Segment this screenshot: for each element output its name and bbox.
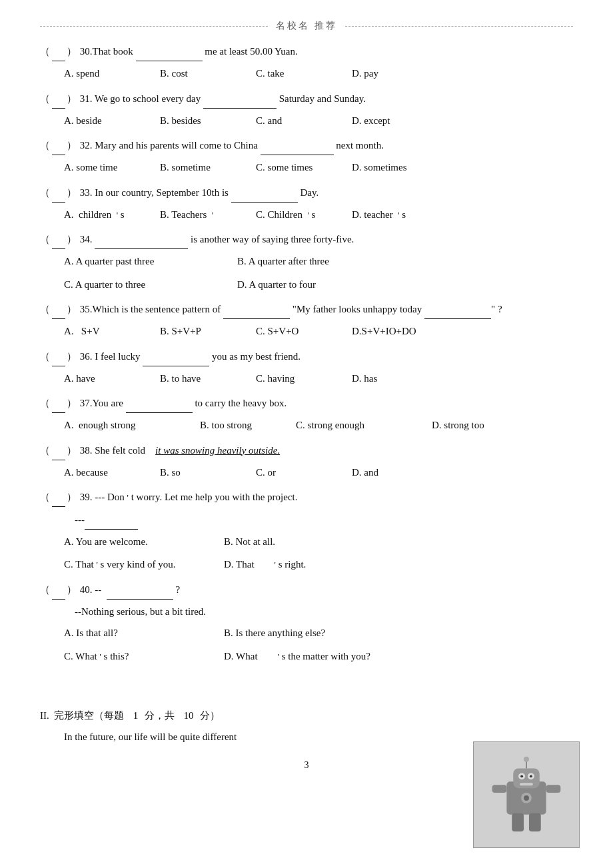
q33-line: （ ） 33. In our country, September 10th i… xyxy=(40,184,573,203)
q31-line: （ ） 31. We go to school every day Saturd… xyxy=(40,90,573,109)
svg-point-15 xyxy=(524,757,529,762)
q35-paren-open: （ xyxy=(40,300,51,318)
q31-optB: B. besides xyxy=(160,111,240,131)
q35-options: A. S+V B. S+V+P C. S+V+O D.S+V+IO+DO xyxy=(64,322,573,341)
dash-right xyxy=(345,26,573,27)
q33-optD: D. teacher ' s xyxy=(352,205,432,224)
q39-paren-close: ） xyxy=(67,488,77,506)
q40-paren-open: （ xyxy=(40,581,51,599)
q38-options: A. because B. so C. or D. and xyxy=(64,463,573,482)
q38-bracket xyxy=(52,442,65,460)
q33-text: 33. In our country, September 10th is Da… xyxy=(77,184,318,203)
q38-optA: A. because xyxy=(64,463,144,482)
question-36: （ ） 36. I feel lucky you as my best frie… xyxy=(40,348,573,388)
q37-line: （ ） 37.You are to carry the heavy box. xyxy=(40,394,573,413)
q30-text: 30.That book me at least 50.00 Yuan. xyxy=(77,43,298,61)
question-30: （ ） 30.That book me at least 50.00 Yuan.… xyxy=(40,43,573,83)
q32-optC: C. some times xyxy=(256,158,336,177)
q40-optD: D. What ' s the matter with you? xyxy=(224,647,370,666)
question-35: （ ） 35.Which is the sentence pattern of … xyxy=(40,300,573,341)
q39-bracket xyxy=(52,488,65,507)
q35-blank1 xyxy=(223,300,290,319)
q34-bracket xyxy=(52,230,65,249)
q32-optB: B. sometime xyxy=(160,158,240,177)
q35-line: （ ） 35.Which is the sentence pattern of … xyxy=(40,300,573,319)
q35-optC: C. S+V+O xyxy=(256,322,336,341)
q34-options-row2: C. A quarter to three D. A quarter to fo… xyxy=(64,275,573,294)
q40-optC: C. What ' s this? xyxy=(64,647,211,666)
q39-text: 39. --- Don ' t worry. Let me help you w… xyxy=(77,488,297,506)
q35-text: 35.Which is the sentence pattern of "My … xyxy=(77,300,502,319)
q39-optC: C. That ' s very kind of you. xyxy=(64,555,211,574)
section2-score: 1 xyxy=(133,710,139,721)
q33-paren-close: ） xyxy=(67,184,77,202)
q32-options: A. some time B. sometime C. some times D… xyxy=(64,158,573,177)
section2-left: II. 完形填空（每题 1 分，共 10 分） In the future, o… xyxy=(40,689,573,747)
q36-paren-open: （ xyxy=(40,348,51,366)
question-33: （ ） 33. In our country, September 10th i… xyxy=(40,184,573,224)
q32-paren-open: （ xyxy=(40,137,51,155)
q38-text: 38. She felt cold it was snowing heavily… xyxy=(77,442,280,460)
q30-optB: B. cost xyxy=(160,64,240,83)
q30-optD: D. pay xyxy=(352,64,432,83)
q34-text: 34. is another way of saying three forty… xyxy=(77,230,354,249)
q37-blank xyxy=(126,394,193,413)
q40-options-row2: C. What ' s this? D. What ' s the matter… xyxy=(64,647,573,666)
q33-optA: A. children ' s xyxy=(64,205,144,224)
q35-optA: A. S+V xyxy=(64,322,144,341)
q39-optA: A. You are welcome. xyxy=(64,532,211,552)
q38-paren-open: （ xyxy=(40,442,51,460)
q34-paren-open: （ xyxy=(40,230,51,248)
q37-paren-close: ） xyxy=(67,394,77,412)
dash-left xyxy=(40,26,268,27)
section2-unit2: 分） xyxy=(198,709,221,722)
q38-paren-close: ） xyxy=(67,442,77,460)
q36-options: A. have B. to have C. having D. has xyxy=(64,369,573,388)
q32-paren-close: ） xyxy=(67,137,77,155)
q35-optD: D.S+V+IO+DO xyxy=(352,322,432,341)
question-40: （ ） 40. -- ? --Nothing serious, but a bi… xyxy=(40,581,573,666)
section2-label: II. 完形填空（每题 xyxy=(40,709,129,722)
q36-bracket xyxy=(52,348,65,366)
q30-bracket xyxy=(52,43,65,61)
q34-optA: A. A quarter past three xyxy=(64,252,211,271)
question-37: （ ） 37.You are to carry the heavy box. A… xyxy=(40,394,573,435)
q33-paren-open: （ xyxy=(40,184,51,202)
q40-line: （ ） 40. -- ? xyxy=(40,581,573,600)
q37-bracket xyxy=(52,394,65,413)
question-32: （ ） 32. Mary and his parents will come t… xyxy=(40,137,573,177)
question-39: （ ） 39. --- Don ' t worry. Let me help y… xyxy=(40,488,573,574)
q31-blank xyxy=(203,90,277,109)
q33-optC: C. Children ' s xyxy=(256,205,336,224)
q30-optA: A. spend xyxy=(64,64,144,83)
header-text: 名校名 推荐 xyxy=(268,20,345,32)
svg-point-5 xyxy=(520,775,523,777)
q39-options-row2: C. That ' s very kind of you. D. That ' … xyxy=(64,555,573,574)
q33-blank xyxy=(231,184,298,203)
robot-image xyxy=(473,741,580,848)
question-38: （ ） 38. She felt cold it was snowing hea… xyxy=(40,442,573,482)
q34-blank xyxy=(95,230,188,249)
svg-rect-9 xyxy=(546,785,561,793)
q36-line: （ ） 36. I feel lucky you as my best frie… xyxy=(40,348,573,366)
q39-sub-blank xyxy=(85,510,138,530)
q36-optA: A. have xyxy=(64,369,144,388)
q31-bracket xyxy=(52,90,65,109)
q39-line: （ ） 39. --- Don ' t worry. Let me help y… xyxy=(40,488,573,507)
svg-point-13 xyxy=(524,795,529,801)
q37-text: 37.You are to carry the heavy box. xyxy=(77,394,287,413)
q37-optA: A. enough strong xyxy=(64,416,184,435)
q38-optB: B. so xyxy=(160,463,240,482)
q31-options: A. beside B. besides C. and D. except xyxy=(64,111,573,131)
q39-optD: D. That ' s right. xyxy=(224,555,370,574)
q40-optA: A. Is that all? xyxy=(64,624,211,643)
q40-text: 40. -- ? xyxy=(77,581,180,600)
q40-optB: B. Is there anything else? xyxy=(224,624,370,643)
q40-blank xyxy=(107,581,173,600)
q34-options-row1: A. A quarter past three B. A quarter aft… xyxy=(64,252,573,271)
q31-optC: C. and xyxy=(256,111,336,131)
q32-optA: A. some time xyxy=(64,158,144,177)
q36-text: 36. I feel lucky you as my best friend. xyxy=(77,348,301,366)
q32-optD: D. sometimes xyxy=(352,158,432,177)
q34-paren-close: ） xyxy=(67,230,77,248)
